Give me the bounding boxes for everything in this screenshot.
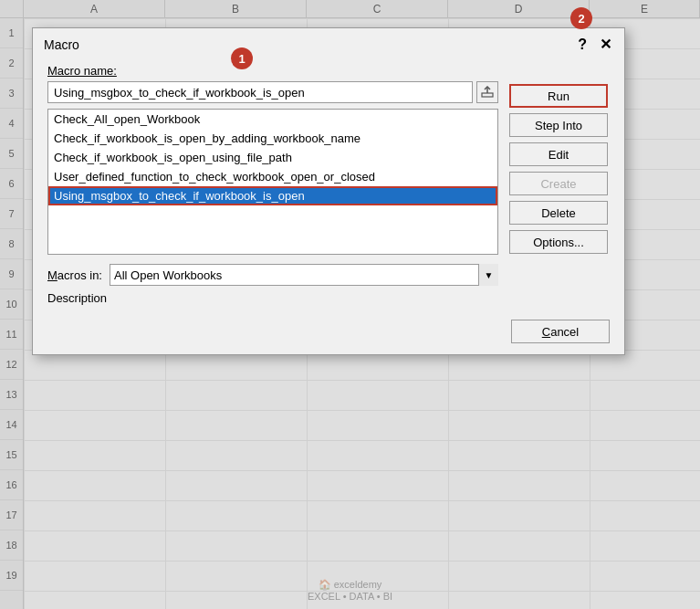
macro-dialog: Macro ? ✕ Macro name: xyxy=(32,27,625,355)
delete-button[interactable]: Delete xyxy=(509,201,608,225)
dialog-title: Macro xyxy=(44,37,79,52)
run-button[interactable]: Run xyxy=(509,84,608,108)
cancel-button[interactable]: Cancel xyxy=(511,320,610,343)
macro-list-item-selected[interactable]: Using_msgbox_to_check_if_workbook_is_ope… xyxy=(48,186,497,205)
macro-list-item[interactable]: Check_All_open_Workbook xyxy=(48,110,497,129)
macro-name-label: Macro name: xyxy=(47,64,498,78)
browse-button[interactable] xyxy=(476,81,498,103)
macro-list-item[interactable]: Check_if_workbook_is_open_using_file_pat… xyxy=(48,148,497,167)
macros-in-label: Macros in: xyxy=(47,268,102,282)
close-button[interactable]: ✕ xyxy=(598,36,613,53)
svg-rect-0 xyxy=(482,93,493,97)
macro-name-row xyxy=(47,81,498,103)
modal-overlay: Macro ? ✕ Macro name: xyxy=(0,0,700,609)
dialog-left: Macro name: xyxy=(47,64,498,305)
dialog-right: Run Step Into Edit Create Delete xyxy=(509,64,610,305)
macro-name-input[interactable] xyxy=(47,81,473,103)
description-label: Description xyxy=(47,291,498,305)
edit-button[interactable]: Edit xyxy=(509,142,608,166)
macro-list-item[interactable]: Check_if_workbook_is_open_by_adding_work… xyxy=(48,129,497,148)
macros-in-row: Macros in: All Open Workbooks This Workb… xyxy=(47,264,498,286)
options-button[interactable]: Options... xyxy=(509,230,608,254)
badge-1: 1 xyxy=(231,47,253,69)
dialog-footer: Cancel xyxy=(33,320,624,354)
watermark: 🏠 exceldemy EXCEL • DATA • BI xyxy=(308,579,392,602)
macros-in-wrapper: All Open Workbooks This Workbook ▼ xyxy=(110,264,498,286)
step-into-button[interactable]: Step Into xyxy=(509,113,608,137)
macro-list[interactable]: Check_All_open_Workbook Check_if_workboo… xyxy=(47,109,498,255)
dialog-body: Macro name: xyxy=(33,57,624,320)
create-button[interactable]: Create xyxy=(509,172,608,195)
macro-list-item[interactable]: User_defined_function_to_check_workbook_… xyxy=(48,167,497,186)
badge-2: 2 xyxy=(570,7,592,29)
spreadsheet: A B C D E 1 2 3 4 5 6 7 8 9 10 11 12 13 … xyxy=(0,0,700,609)
dialog-controls: ? ✕ xyxy=(578,36,613,53)
macros-in-select[interactable]: All Open Workbooks This Workbook xyxy=(110,264,498,286)
help-button[interactable]: ? xyxy=(578,37,587,53)
dialog-titlebar: Macro ? ✕ xyxy=(33,28,624,57)
